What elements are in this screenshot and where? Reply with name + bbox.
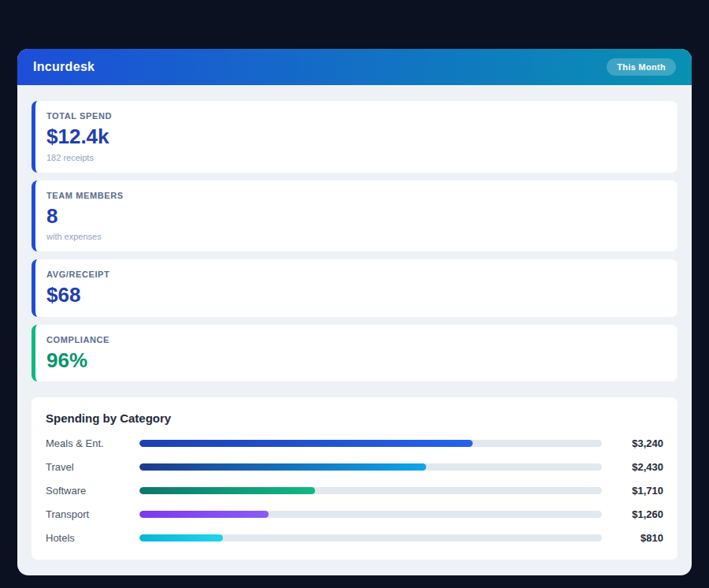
stat-value: $12.4k — [46, 125, 663, 148]
chart-title: Spending by Category — [46, 411, 663, 425]
category-value: $2,430 — [613, 461, 663, 473]
stat-value: 8 — [46, 205, 663, 228]
chart-row-transport: Transport $1,260 — [46, 508, 663, 520]
category-value: $1,710 — [613, 485, 663, 497]
chart-row-meals: Meals & Ent. $3,240 — [46, 437, 663, 449]
stat-label: COMPLIANCE — [46, 335, 663, 344]
stat-value: $68 — [46, 284, 663, 307]
category-value: $1,260 — [613, 508, 663, 520]
bar-fill-meals — [139, 440, 473, 447]
bar-fill-hotels — [139, 534, 223, 541]
stat-subtext: 182 receipts — [46, 153, 663, 162]
stat-value: 96% — [46, 349, 663, 372]
stat-card-team-members: TEAM MEMBERS 8 with expenses — [32, 180, 677, 252]
app-header: Incurdesk This Month — [17, 49, 692, 85]
chart-row-travel: Travel $2,430 — [46, 461, 663, 473]
bar-track — [139, 463, 602, 471]
bar-fill-travel — [139, 463, 426, 471]
stat-label: AVG/RECEIPT — [46, 270, 663, 279]
stat-subtext: with expenses — [46, 232, 663, 241]
category-label: Transport — [46, 508, 128, 520]
bar-track — [139, 440, 602, 447]
stat-card-compliance: COMPLIANCE 96% — [32, 325, 677, 382]
spending-by-category-card: Spending by Category Meals & Ent. $3,240… — [32, 397, 677, 560]
chart-row-hotels: Hotels $810 — [46, 532, 663, 544]
stats-area: TOTAL SPEND $12.4k 182 receipts TEAM MEM… — [17, 85, 692, 381]
category-value: $3,240 — [613, 437, 663, 449]
stat-label: TOTAL SPEND — [46, 111, 663, 121]
stat-card-avg-receipt: AVG/RECEIPT $68 — [32, 259, 677, 317]
category-value: $810 — [613, 532, 663, 544]
category-label: Hotels — [46, 532, 128, 544]
app-title: Incurdesk — [33, 60, 95, 74]
bar-track — [139, 534, 602, 541]
category-label: Software — [46, 485, 128, 497]
app-card: Incurdesk This Month TOTAL SPEND $12.4k … — [17, 49, 692, 575]
bar-fill-transport — [139, 511, 269, 518]
bar-track — [139, 487, 602, 494]
bar-track — [139, 511, 602, 518]
category-label: Travel — [46, 461, 128, 473]
bar-fill-software — [139, 487, 315, 494]
period-badge[interactable]: This Month — [607, 58, 676, 76]
category-label: Meals & Ent. — [46, 437, 128, 449]
stat-card-total-spend: TOTAL SPEND $12.4k 182 receipts — [32, 101, 677, 173]
chart-row-software: Software $1,710 — [46, 485, 663, 497]
stat-label: TEAM MEMBERS — [46, 191, 663, 200]
